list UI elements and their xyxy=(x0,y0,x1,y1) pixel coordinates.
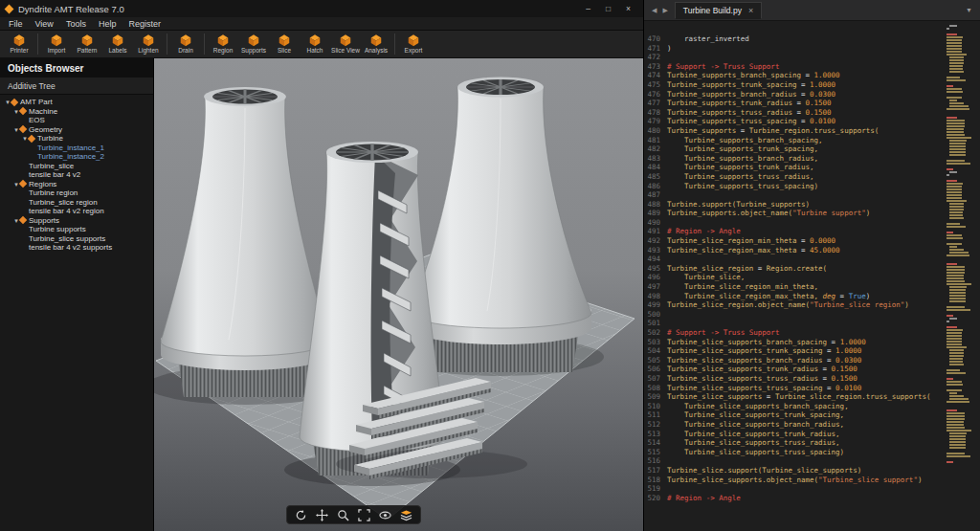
code-line-504[interactable]: 504Turbine_slice_supports_trunk_spacing … xyxy=(644,346,944,356)
menu-tools[interactable]: Tools xyxy=(66,19,86,29)
tree-item-turbine-slice-region[interactable]: Turbine_slice region xyxy=(0,198,153,208)
code-line-479[interactable]: 479Turbine_supports_truss_spacing = 0.01… xyxy=(644,117,944,126)
menu-help[interactable]: Help xyxy=(99,19,117,29)
tree-item-eos[interactable]: EOS xyxy=(0,116,153,125)
visibility-icon[interactable] xyxy=(379,509,391,521)
code-line-519[interactable]: 519 xyxy=(644,484,944,494)
additive-tree-section[interactable]: Additive Tree xyxy=(0,77,153,95)
code-line-487[interactable]: 487 xyxy=(644,190,944,200)
pan-icon[interactable] xyxy=(316,509,328,521)
toolbar-export[interactable]: Export xyxy=(398,33,429,55)
code-line-486[interactable]: 486 Turbine_supports_truss_spacing) xyxy=(644,182,944,191)
toolbar-slice[interactable]: Slice xyxy=(269,33,300,55)
code-line-518[interactable]: 518Turbine_slice_supports.object_name("T… xyxy=(644,476,944,485)
tree-item-machine[interactable]: ▾Machine xyxy=(0,107,153,117)
zoom-fit-icon[interactable] xyxy=(358,509,370,521)
code-line-494[interactable]: 494 xyxy=(644,254,944,264)
code-line-516[interactable]: 516 xyxy=(644,456,944,466)
tree-item-tensile-bar-4-v2-supports[interactable]: tensile bar 4 v2 supports xyxy=(0,243,153,253)
code-line-480[interactable]: 480Turbine_supports = Turbine_region.tru… xyxy=(644,126,944,136)
toolbar-slice-view[interactable]: Slice View xyxy=(330,33,361,55)
code-line-513[interactable]: 513 Turbine_slice_supports_trunk_radius, xyxy=(644,430,944,439)
toolbar-labels[interactable]: Labels xyxy=(102,33,133,55)
code-line-488[interactable]: 488Turbine.support(Turbine_supports) xyxy=(644,200,944,210)
code-line-485[interactable]: 485 Turbine_supports_truss_radius, xyxy=(644,172,944,182)
code-line-502[interactable]: 502# Support -> Truss Support xyxy=(644,328,944,338)
code-line-475[interactable]: 475Turbine_supports_trunk_spacing = 1.00… xyxy=(644,80,944,90)
tree-item-geometry[interactable]: ▾Geometry xyxy=(0,125,153,135)
code-line-477[interactable]: 477Turbine_supports_trunk_radius = 0.150… xyxy=(644,99,944,108)
nav-forward-icon[interactable]: ▶ xyxy=(659,7,670,14)
code-line-511[interactable]: 511 Turbine_slice_supports_trunk_spacing… xyxy=(644,410,944,420)
code-line-478[interactable]: 478Turbine_supports_truss_radius = 0.150… xyxy=(644,108,944,118)
code-line-520[interactable]: 520# Region -> Angle xyxy=(644,494,944,503)
code-line-490[interactable]: 490 xyxy=(644,218,944,228)
toolbar-import[interactable]: Import xyxy=(41,33,72,55)
menu-file[interactable]: File xyxy=(9,19,23,29)
tree-item-tensile-bar-4-v2[interactable]: tensile bar 4 v2 xyxy=(0,170,153,180)
toolbar-lighten[interactable]: Lighten xyxy=(133,33,164,55)
toolbar-supports[interactable]: Supports xyxy=(238,33,269,55)
minimize-button[interactable]: – xyxy=(581,3,595,15)
close-button[interactable]: × xyxy=(621,3,635,15)
code-line-482[interactable]: 482 Turbine_supports_trunk_spacing, xyxy=(644,144,944,154)
code-line-515[interactable]: 515 Turbine_slice_supports_truss_spacing… xyxy=(644,448,944,457)
toolbar-analysis[interactable]: Analysis xyxy=(361,33,391,55)
tree-item-turbine-supports[interactable]: Turbine supports xyxy=(0,225,153,234)
maximize-button[interactable]: □ xyxy=(601,3,615,15)
tree-item-turbine-slice[interactable]: Turbine_slice xyxy=(0,162,153,171)
code-line-507[interactable]: 507Turbine_slice_supports_truss_radius =… xyxy=(644,374,944,384)
toolbar-drain[interactable]: Drain xyxy=(170,33,201,55)
tree-item-turbine-slice-supports[interactable]: Turbine_slice supports xyxy=(0,234,153,244)
code-line-499[interactable]: 499Turbine_slice_region.object_name("Tur… xyxy=(644,300,944,310)
rotate-icon[interactable] xyxy=(295,509,307,521)
code-line-508[interactable]: 508Turbine_slice_supports_truss_spacing … xyxy=(644,384,944,393)
nav-back-icon[interactable]: ◀ xyxy=(649,7,659,14)
code-line-497[interactable]: 497 Turbine_slice_region_min_theta, xyxy=(644,282,944,292)
toolbar-region[interactable]: Region xyxy=(208,33,238,55)
toolbar-pattern[interactable]: Pattern xyxy=(72,33,102,55)
tree-item-turbine[interactable]: ▾Turbine xyxy=(0,134,153,144)
code-line-473[interactable]: 473# Support -> Truss Support xyxy=(644,62,944,72)
toolbar-hatch[interactable]: Hatch xyxy=(300,33,330,55)
tree-item-turbine-instance-1[interactable]: Turbine_instance_1 xyxy=(0,144,153,153)
code-line-471[interactable]: 471) xyxy=(644,44,944,54)
code-line-493[interactable]: 493Turbine_slice_region_max_theta = 45.0… xyxy=(644,246,944,255)
code-line-470[interactable]: 470 raster_inverted xyxy=(644,34,944,44)
code-line-506[interactable]: 506Turbine_slice_supports_trunk_radius =… xyxy=(644,365,944,374)
tree-item-regions[interactable]: ▾Regions xyxy=(0,180,153,189)
viewport-3d[interactable] xyxy=(154,58,643,531)
tree-item-turbine-instance-2[interactable]: Turbine_instance_2 xyxy=(0,152,153,162)
editor-menu-caret-icon[interactable]: ▼ xyxy=(966,7,975,13)
code-line-484[interactable]: 484 Turbine_supports_trunk_radius, xyxy=(644,163,944,172)
minimap[interactable] xyxy=(947,25,977,525)
code-line-492[interactable]: 492Turbine_slice_region_min_theta = 0.00… xyxy=(644,236,944,246)
code-line-514[interactable]: 514 Turbine_slice_supports_truss_radius, xyxy=(644,438,944,448)
tree-item-tensile-bar-4-v2-region[interactable]: tensile bar 4 v2 region xyxy=(0,207,153,216)
slice-layers-icon[interactable] xyxy=(400,509,412,521)
tree-item-supports[interactable]: ▾Supports xyxy=(0,216,153,226)
code-line-510[interactable]: 510 Turbine_slice_supports_branch_spacin… xyxy=(644,402,944,411)
tree-item-amt-part[interactable]: ▾AMT Part xyxy=(0,98,153,107)
code-line-505[interactable]: 505Turbine_slice_supports_branch_radius … xyxy=(644,356,944,365)
code-line-476[interactable]: 476Turbine_supports_branch_radius = 0.03… xyxy=(644,90,944,100)
toolbar-printer[interactable]: Printer xyxy=(4,33,34,55)
code-area[interactable]: 470 raster_inverted471)472473# Support -… xyxy=(644,21,944,531)
code-line-489[interactable]: 489Turbine_supports.object_name("Turbine… xyxy=(644,209,944,218)
code-line-517[interactable]: 517Turbine_slice.support(Turbine_slice_s… xyxy=(644,466,944,476)
tab-turbine-build-py[interactable]: Turbine Build.py × xyxy=(675,2,762,19)
code-line-496[interactable]: 496 Turbine_slice, xyxy=(644,273,944,282)
zoom-icon[interactable] xyxy=(337,509,349,521)
code-line-501[interactable]: 501 xyxy=(644,319,944,328)
code-line-474[interactable]: 474Turbine_supports_branch_spacing = 1.0… xyxy=(644,71,944,80)
code-line-483[interactable]: 483 Turbine_supports_branch_radius, xyxy=(644,154,944,164)
code-line-491[interactable]: 491# Region -> Angle xyxy=(644,227,944,236)
code-line-481[interactable]: 481 Turbine_supports_branch_spacing, xyxy=(644,136,944,145)
code-line-495[interactable]: 495Turbine_slice_region = Region.create( xyxy=(644,264,944,274)
tree-item-turbine-region[interactable]: Turbine region xyxy=(0,188,153,198)
code-line-509[interactable]: 509Turbine_slice_supports = Turbine_slic… xyxy=(644,392,944,402)
code-line-503[interactable]: 503Turbine_slice_supports_branch_spacing… xyxy=(644,338,944,347)
menu-view[interactable]: View xyxy=(35,19,54,29)
code-line-472[interactable]: 472 xyxy=(644,53,944,62)
code-line-512[interactable]: 512 Turbine_slice_supports_branch_radius… xyxy=(644,420,944,430)
